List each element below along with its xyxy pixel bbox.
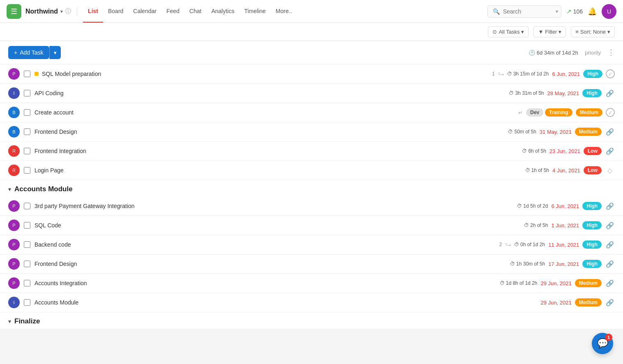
task-checkbox[interactable] [24, 128, 30, 135]
section-toggle-icon[interactable]: ▾ [8, 318, 11, 325]
table-row: P Backend code 2 ⮑ ⏱0h of 1d 2h 11 Jun, … [0, 235, 623, 254]
priority-badge: High [583, 70, 602, 78]
link-icon[interactable]: 🔗 [605, 279, 615, 287]
tab-board[interactable]: Board [103, 0, 128, 23]
add-task-button[interactable]: + Add Task [8, 46, 49, 59]
task-checkbox[interactable] [24, 71, 30, 77]
search-box[interactable]: 🔍 ▾ [487, 5, 561, 18]
link-icon[interactable]: 🔗 [605, 260, 615, 268]
task-tags: Dev Training [526, 108, 572, 117]
task-checkbox[interactable] [24, 148, 30, 154]
task-checkbox[interactable] [24, 299, 30, 306]
task-time: ⏱2h of 5h [524, 222, 548, 228]
app-name: Northwind [25, 8, 58, 15]
header: ☰ Northwind ▾ ⓘ List Board Calendar Feed… [0, 0, 623, 23]
all-tasks-button[interactable]: ⊙ All Tasks ▾ [488, 26, 529, 37]
tab-feed[interactable]: Feed [161, 0, 184, 23]
task-name: SQL Code [34, 222, 520, 229]
link-icon[interactable]: 🔗 [605, 202, 615, 210]
avatar: B [8, 107, 20, 118]
task-meta: ⏱50m of 5h 31 May, 2021 Medium 🔗 [508, 128, 615, 136]
task-time: ⏱0h of 1d 2h [514, 242, 545, 247]
section-toggle-icon[interactable]: ▾ [8, 186, 11, 192]
link-icon[interactable]: 🔗 [605, 128, 615, 136]
tab-more[interactable]: More.. [271, 0, 297, 23]
tab-chat[interactable]: Chat [184, 0, 207, 23]
time-icon: ⏱ [509, 90, 514, 96]
table-row: I Accounts Module 29 Jun, 2021 Medium 🔗 [0, 293, 623, 312]
app-chevron-icon[interactable]: ▾ [60, 9, 63, 14]
tab-timeline[interactable]: Timeline [239, 0, 271, 23]
time-icon: ⏱ [507, 71, 512, 77]
search-input[interactable] [503, 8, 552, 15]
link-icon[interactable]: 🔗 [605, 222, 615, 229]
priority-label: priority [585, 50, 601, 56]
filter-icon: ▼ [538, 29, 543, 35]
task-checkbox[interactable] [24, 203, 30, 209]
time-icon: ⏱ [508, 129, 513, 135]
flag-icon [34, 72, 39, 76]
table-row: B Create account ↵ Dev Training Medium ✓ [0, 103, 623, 122]
bell-icon[interactable]: 🔔 [588, 7, 597, 16]
tab-calendar[interactable]: Calendar [128, 0, 161, 23]
task-meta: 29 Jun, 2021 Medium 🔗 [540, 298, 615, 307]
task-time: ⏱1h 30m of 5h [510, 261, 545, 267]
search-dropdown-icon[interactable]: ▾ [556, 9, 558, 14]
task-checkbox[interactable] [24, 167, 30, 174]
section-2: ▾ Finalize [0, 312, 623, 329]
table-row: P Accounts Integration ⏱1d 8h of 1d 2h 2… [0, 274, 623, 293]
table-row: P 3rd party Payment Gateway Integration … [0, 197, 623, 216]
task-meta: ↵ Dev Training Medium ✓ [518, 108, 615, 117]
task-checkbox[interactable] [24, 90, 30, 96]
section-0: P SQL Model preparation 1 ⮑ ⏱3h 15m of 1… [0, 64, 623, 180]
reply-icon: ↵ [518, 110, 523, 116]
main-content: + Add Task ▾ 🕐 6d 34m of 14d 2h priority… [0, 41, 623, 329]
sort-chevron-icon: ▾ [607, 29, 610, 35]
priority-badge: High [582, 202, 602, 210]
task-checkbox[interactable] [24, 109, 30, 116]
time-icon: ⏱ [525, 167, 530, 173]
link-icon[interactable]: 🔗 [605, 89, 615, 97]
tab-analytics[interactable]: Analytics [207, 0, 239, 23]
table-row: P SQL Code ⏱2h of 5h 1 Jun, 2021 High 🔗 [0, 216, 623, 235]
avatar: P [8, 277, 20, 289]
table-row: B Frontend Design ⏱50m of 5h 31 May, 202… [0, 122, 623, 142]
task-name: Backend code [34, 241, 495, 248]
subtask-icon: ⮑ [505, 241, 511, 248]
user-avatar[interactable]: U [602, 4, 616, 19]
time-icon: ⏱ [524, 222, 529, 228]
task-checkbox[interactable] [24, 280, 30, 286]
tab-list[interactable]: List [83, 0, 103, 23]
task-date: 17 Jun, 2021 [548, 261, 579, 267]
avatar: B [8, 126, 20, 137]
task-time: ⏱6h of 5h [522, 148, 546, 154]
task-date: 29 Jun, 2021 [540, 300, 571, 306]
add-task-group: + Add Task ▾ [8, 46, 61, 59]
task-time: ⏱3h 15m of 1d 2h [507, 71, 549, 77]
complete-button[interactable]: ✓ [606, 69, 615, 78]
nav-tabs: List Board Calendar Feed Chat Analytics … [83, 0, 297, 23]
time-icon: ⏱ [517, 203, 522, 209]
avatar: R [8, 145, 20, 157]
toolbar: ⊙ All Tasks ▾ ▼ Filter ▾ ≡ Sort: None ▾ [0, 23, 623, 41]
trend-icon: ↗ [566, 8, 572, 15]
link-icon[interactable]: 🔗 [605, 299, 615, 307]
tag-training: Training [545, 108, 572, 117]
priority-badge: High [582, 89, 602, 97]
all-tasks-icon: ⊙ [492, 29, 497, 35]
task-name: API Coding [34, 90, 505, 96]
task-date: 11 Jun, 2021 [548, 242, 579, 248]
link-icon[interactable]: 🔗 [605, 241, 615, 249]
more-options-button[interactable]: ⋮ [607, 48, 615, 57]
complete-button[interactable]: ✓ [606, 108, 615, 117]
link-icon[interactable]: 🔗 [605, 147, 615, 155]
add-task-dropdown-button[interactable]: ▾ [49, 46, 61, 59]
subtask-icon: ⮑ [498, 71, 504, 77]
filter-button[interactable]: ▼ Filter ▾ [533, 26, 566, 37]
task-checkbox[interactable] [24, 261, 30, 267]
header-right: 🔍 ▾ ↗ 106 🔔 U [487, 4, 616, 19]
task-checkbox[interactable] [24, 222, 30, 229]
sort-button[interactable]: ≡ Sort: None ▾ [571, 26, 615, 37]
subtask-count: 2 [499, 242, 502, 247]
task-checkbox[interactable] [24, 241, 30, 248]
